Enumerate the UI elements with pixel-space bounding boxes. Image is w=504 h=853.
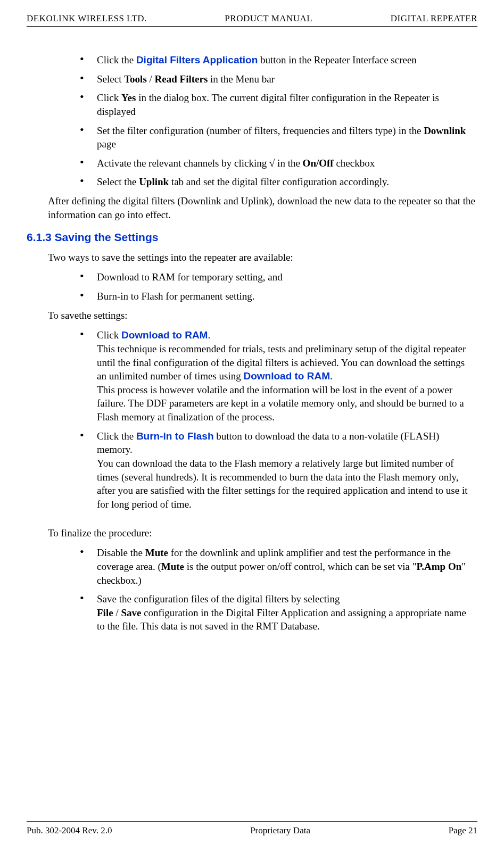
bold-text: Mute [145, 547, 168, 558]
text: / [147, 73, 155, 85]
content-body: Click the Digital Filters Application bu… [27, 53, 477, 633]
bold-text: Yes [121, 92, 136, 103]
list-item: Click Download to RAM. This technique is… [80, 328, 472, 424]
list-item: Download to RAM for temporary setting, a… [80, 270, 472, 284]
paragraph: Two ways to save the settings into the r… [48, 251, 477, 264]
bold-text: P.Amp On [416, 561, 461, 572]
list-item: Disable the Mute for the downlink and up… [80, 546, 472, 587]
text: Set the filter configuration (number of … [97, 125, 424, 136]
bold-text: Tools [124, 73, 147, 85]
paragraph: To finalize the procedure: [48, 526, 477, 540]
bullet-list-1: Click the Digital Filters Application bu… [80, 53, 472, 189]
footer-center: Proprietary Data [250, 825, 310, 837]
list-item: Activate the relevant channels by clicki… [80, 156, 472, 170]
text: Select the [97, 176, 139, 187]
bold-text: Downlink [424, 125, 466, 136]
bullet-list-2: Download to RAM for temporary setting, a… [80, 270, 472, 303]
list-item: Burn-in to Flash for permanent setting. [80, 289, 472, 303]
bold-text: Save [121, 607, 141, 618]
text: . [208, 329, 210, 341]
text: Click [97, 92, 121, 103]
text: page [97, 138, 116, 150]
text: in the Menu bar [208, 73, 275, 85]
list-item: Select the Uplink tab and set the digita… [80, 175, 472, 189]
text: button in the Repeater Interface screen [258, 54, 417, 65]
footer-right: Page 21 [449, 825, 477, 837]
page-footer: Pub. 302-2004 Rev. 2.0 Proprietary Data … [27, 821, 477, 837]
bold-text: On/Off [303, 158, 334, 169]
bullet-list-4: Disable the Mute for the downlink and up… [80, 546, 472, 633]
text: You can download the data to the Flash m… [97, 458, 467, 510]
link-text: Digital Filters Application [136, 54, 258, 65]
text: Activate the relevant channels by clicki… [97, 158, 303, 169]
bullet-list-3: Click Download to RAM. This technique is… [80, 328, 472, 511]
text: / [113, 607, 121, 618]
section-heading: 6.1.3 Saving the Settings [27, 230, 477, 245]
bold-text: File [97, 607, 113, 618]
text: in the dialog box. The current digital f… [97, 92, 439, 117]
text: . [330, 370, 333, 382]
list-item: Save the configuration files of the digi… [80, 592, 472, 633]
text: configuration in the Digital Filter Appl… [97, 607, 466, 632]
list-item: Click the Burn-in to Flash button to dow… [80, 429, 472, 511]
text: checkbox [334, 158, 375, 169]
list-item: Click the Digital Filters Application bu… [80, 53, 472, 67]
bold-text: Read Filters [155, 73, 208, 85]
header-center: PRODUCT MANUAL [225, 13, 312, 25]
paragraph: To savethe settings: [48, 309, 477, 322]
text: tab and set the digital filter configura… [169, 176, 389, 187]
page-header: DEKOLINK WIRELESS LTD. PRODUCT MANUAL DI… [27, 13, 477, 27]
link-text: Burn-in to Flash [136, 430, 214, 442]
bold-text: Mute [161, 561, 184, 572]
header-right: DIGITAL REPEATER [391, 13, 477, 25]
text: Click [97, 329, 121, 341]
text: Click the [97, 430, 136, 442]
text: is the output power on/off control, whic… [184, 561, 416, 572]
footer-left: Pub. 302-2004 Rev. 2.0 [27, 825, 112, 837]
paragraph: After defining the digital filters (Down… [48, 194, 477, 221]
text: This process is however volatile and the… [97, 384, 464, 423]
text: Save the configuration files of the digi… [97, 593, 340, 604]
list-item: Set the filter configuration (number of … [80, 124, 472, 151]
list-item: Click Yes in the dialog box. The current… [80, 91, 472, 118]
link-text: Download to RAM [243, 370, 330, 382]
text: Select [97, 73, 124, 85]
text: Click the [97, 54, 136, 65]
header-left: DEKOLINK WIRELESS LTD. [27, 13, 147, 25]
list-item: Select Tools / Read Filters in the Menu … [80, 72, 472, 86]
link-text: Download to RAM [121, 329, 208, 341]
bold-text: Uplink [139, 176, 169, 187]
text: Disable the [97, 547, 145, 558]
